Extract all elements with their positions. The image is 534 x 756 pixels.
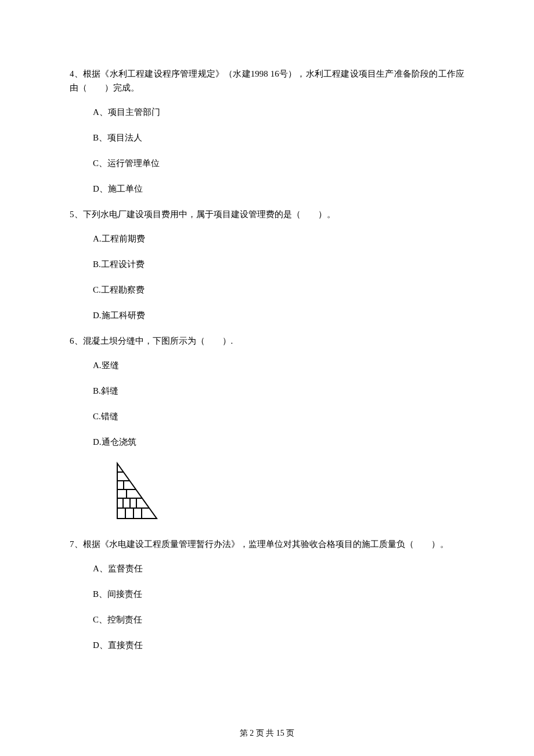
page-footer: 第 2 页 共 15 页 (0, 727, 534, 740)
option-c: C.工程勘察费 (70, 283, 464, 297)
question-text: 6、混凝土坝分缝中，下图所示为（ ）. (70, 334, 464, 348)
question-text: 5、下列水电厂建设项目费用中，属于项目建设管理费的是（ ）。 (70, 207, 464, 221)
option-b: B.斜缝 (70, 384, 464, 398)
question-text: 7、根据《水电建设工程质量管理暂行办法》，监理单位对其验收合格项目的施工质量负（… (70, 537, 464, 551)
option-b: B.工程设计费 (70, 257, 464, 271)
option-a: A、项目主管部门 (70, 105, 464, 119)
option-c: C.错缝 (70, 409, 464, 423)
option-c: C、运行管理单位 (70, 156, 464, 170)
question-5: 5、下列水电厂建设项目费用中，属于项目建设管理费的是（ ）。 A.工程前期费 B… (70, 207, 464, 322)
question-4: 4、根据《水利工程建设程序管理规定》（水建1998 16号），水利工程建设项目生… (70, 67, 464, 196)
option-a: A.工程前期费 (70, 232, 464, 246)
option-a: A.竖缝 (70, 358, 464, 372)
dam-diagram (104, 460, 464, 525)
option-d: D、施工单位 (70, 182, 464, 196)
option-d: D.通仓浇筑 (70, 435, 464, 449)
option-b: B、项目法人 (70, 131, 464, 145)
option-b: B、间接责任 (70, 587, 464, 601)
question-6: 6、混凝土坝分缝中，下图所示为（ ）. A.竖缝 B.斜缝 C.错缝 D.通仓浇… (70, 334, 464, 525)
option-c: C、控制责任 (70, 613, 464, 627)
question-text: 4、根据《水利工程建设程序管理规定》（水建1998 16号），水利工程建设项目生… (70, 67, 464, 95)
option-d: D、直接责任 (70, 638, 464, 652)
option-a: A、监督责任 (70, 561, 464, 575)
question-7: 7、根据《水电建设工程质量管理暂行办法》，监理单位对其验收合格项目的施工质量负（… (70, 537, 464, 652)
option-d: D.施工科研费 (70, 308, 464, 322)
